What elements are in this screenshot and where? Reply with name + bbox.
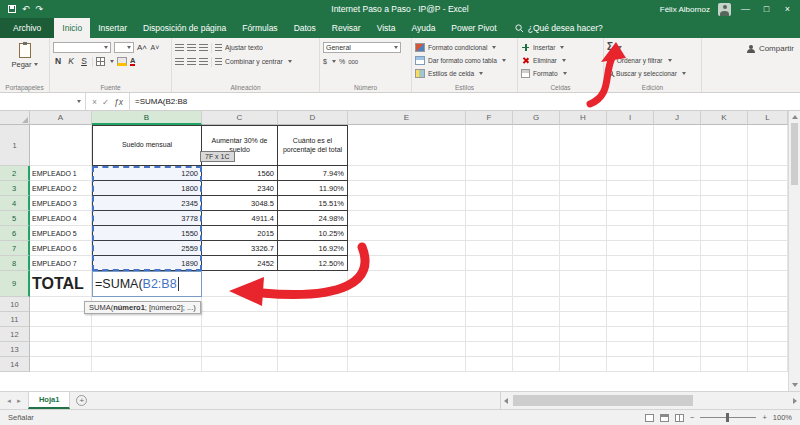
undo-icon[interactable]: ↶: [22, 5, 30, 14]
view-normal-icon[interactable]: [645, 414, 654, 422]
cell-H13[interactable]: [560, 342, 607, 357]
zoom-level[interactable]: 100%: [773, 413, 792, 422]
save-icon[interactable]: [8, 5, 16, 13]
cell-B2[interactable]: 1200: [92, 166, 202, 181]
tell-me-search[interactable]: ¿Qué desea hacer?: [505, 18, 613, 38]
format-as-table-button[interactable]: Dar formato como tabla: [415, 54, 514, 66]
vertical-scrollbar-thumb[interactable]: [791, 123, 798, 185]
cell-K6[interactable]: [701, 226, 748, 241]
bold-button[interactable]: N: [53, 57, 63, 66]
cell-E1[interactable]: [348, 125, 466, 166]
add-sheet-button[interactable]: +: [76, 395, 87, 406]
tab-vista[interactable]: Vista: [369, 18, 404, 38]
column-header-I[interactable]: I: [607, 111, 654, 125]
cell-F4[interactable]: [466, 196, 513, 211]
cell-L14[interactable]: [748, 357, 788, 372]
cell-H5[interactable]: [560, 211, 607, 226]
cell-D7[interactable]: 16.92%: [278, 241, 348, 256]
cell-A13[interactable]: [30, 342, 92, 357]
cell-F14[interactable]: [466, 357, 513, 372]
cell-L13[interactable]: [748, 342, 788, 357]
scroll-down-icon[interactable]: [792, 383, 798, 387]
cell-L2[interactable]: [748, 166, 788, 181]
zoom-slider[interactable]: [700, 417, 756, 418]
horizontal-scrollbar-thumb[interactable]: [513, 395, 693, 406]
column-header-G[interactable]: G: [513, 111, 560, 125]
view-page-layout-icon[interactable]: [660, 414, 669, 422]
find-select-button[interactable]: Buscar y seleccionar: [607, 67, 698, 79]
cell-J5[interactable]: [654, 211, 701, 226]
cell-A9[interactable]: TOTAL: [30, 271, 92, 297]
cell-J10[interactable]: [654, 297, 701, 312]
cell-G9[interactable]: [513, 271, 560, 297]
cell-G12[interactable]: [513, 327, 560, 342]
cell-K7[interactable]: [701, 241, 748, 256]
thousands-icon[interactable]: 000: [348, 59, 358, 65]
cell-E5[interactable]: [348, 211, 466, 226]
cell-I8[interactable]: [607, 256, 654, 271]
align-top-icon[interactable]: [175, 44, 184, 51]
cell-F1[interactable]: [466, 125, 513, 166]
underline-button[interactable]: S: [79, 57, 89, 66]
cell-F7[interactable]: [466, 241, 513, 256]
column-header-C[interactable]: C: [202, 111, 278, 125]
align-left-icon[interactable]: [175, 58, 184, 65]
cell-H12[interactable]: [560, 327, 607, 342]
row-header-13[interactable]: 13: [0, 342, 30, 357]
cell-H14[interactable]: [560, 357, 607, 372]
cell-L9[interactable]: [748, 271, 788, 297]
cell-A12[interactable]: [30, 327, 92, 342]
row-header-12[interactable]: 12: [0, 327, 30, 342]
decrease-font-icon[interactable]: A˅: [150, 44, 160, 51]
cell-C4[interactable]: 3048.5: [202, 196, 278, 211]
paste-button[interactable]: Pegar: [3, 40, 46, 69]
cell-E14[interactable]: [348, 357, 466, 372]
cell-G5[interactable]: [513, 211, 560, 226]
cell-D11[interactable]: [278, 312, 348, 327]
sort-filter-button[interactable]: ⇅ Ordenar y filtrar: [607, 54, 698, 66]
cell-J9[interactable]: [654, 271, 701, 297]
cell-E11[interactable]: [348, 312, 466, 327]
cell-J11[interactable]: [654, 312, 701, 327]
vertical-scrollbar[interactable]: [788, 111, 800, 391]
cell-D9[interactable]: [278, 271, 348, 297]
cell-A6[interactable]: EMPLEADO 5: [30, 226, 92, 241]
cell-J12[interactable]: [654, 327, 701, 342]
cell-H3[interactable]: [560, 181, 607, 196]
cell-A11[interactable]: [30, 312, 92, 327]
cell-A8[interactable]: EMPLEADO 7: [30, 256, 92, 271]
cell-L1[interactable]: [748, 125, 788, 166]
cell-K5[interactable]: [701, 211, 748, 226]
cell-L8[interactable]: [748, 256, 788, 271]
cell-I3[interactable]: [607, 181, 654, 196]
cell-B12[interactable]: [92, 327, 202, 342]
cell-B9[interactable]: =SUMA(B2:B8: [92, 271, 202, 297]
cell-A1[interactable]: [30, 125, 92, 166]
row-header-2[interactable]: 2: [0, 166, 30, 181]
formula-input[interactable]: =SUMA(B2:B8: [130, 93, 800, 110]
row-header-1[interactable]: 1: [0, 125, 30, 166]
sheet-next-button[interactable]: ►: [16, 398, 22, 404]
cancel-button[interactable]: ×: [92, 97, 97, 107]
column-header-F[interactable]: F: [466, 111, 513, 125]
tab-power-pivot[interactable]: Power Pivot: [443, 18, 504, 38]
insert-cells-button[interactable]: Insertar: [521, 41, 600, 53]
cell-A4[interactable]: EMPLEADO 3: [30, 196, 92, 211]
cell-H7[interactable]: [560, 241, 607, 256]
cell-H4[interactable]: [560, 196, 607, 211]
cell-B1[interactable]: Sueldo mensual: [92, 125, 202, 166]
scroll-right-icon[interactable]: [793, 398, 797, 404]
column-header-B[interactable]: B: [92, 111, 202, 125]
tab-archivo[interactable]: Archivo: [0, 18, 54, 38]
align-middle-icon[interactable]: [187, 44, 196, 51]
cell-G14[interactable]: [513, 357, 560, 372]
cell-I1[interactable]: [607, 125, 654, 166]
cell-A7[interactable]: EMPLEADO 6: [30, 241, 92, 256]
zoom-in-button[interactable]: +: [762, 413, 766, 422]
number-format-select[interactable]: General: [323, 42, 401, 53]
cell-C2[interactable]: 1560: [202, 166, 278, 181]
cell-H10[interactable]: [560, 297, 607, 312]
cell-H9[interactable]: [560, 271, 607, 297]
row-header-10[interactable]: 10: [0, 297, 30, 312]
cell-G7[interactable]: [513, 241, 560, 256]
